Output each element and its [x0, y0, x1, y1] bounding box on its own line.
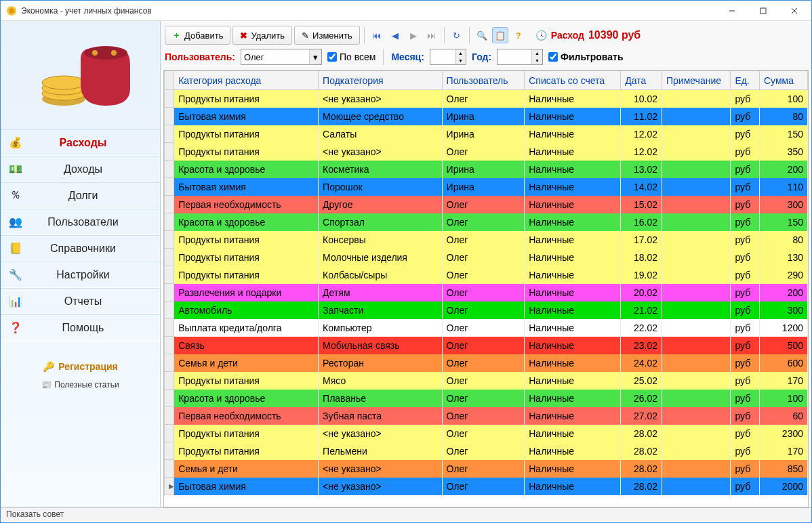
- plus-icon: ＋: [172, 29, 181, 41]
- table-row[interactable]: Продукты питанияКонсервыОлегНаличные17.0…: [165, 231, 808, 249]
- cell-ed: руб: [731, 337, 760, 354]
- pencil-icon: ✎: [302, 30, 309, 41]
- table-row[interactable]: АвтомобильЗапчастиОлегНаличные21.02руб30…: [165, 301, 808, 319]
- table-row[interactable]: Продукты питанияПельмениОлегНаличные28.0…: [165, 442, 808, 460]
- table-row[interactable]: Продукты питания<не указано>ОлегНаличные…: [165, 143, 808, 161]
- last-record-button[interactable]: ⏭: [424, 27, 440, 43]
- prev-record-button[interactable]: ◀: [387, 27, 403, 43]
- sidebar-item-1[interactable]: 💵Доходы: [1, 156, 160, 182]
- cell-cat: Развлечения и подарки: [174, 284, 319, 301]
- col-header-1[interactable]: Подкатегория: [319, 71, 442, 90]
- user-select[interactable]: ▾: [241, 49, 322, 65]
- sidebar-item-2[interactable]: ％Долги: [1, 182, 160, 209]
- table-row[interactable]: Красота и здоровьеКосметикаИринаНаличные…: [165, 161, 808, 178]
- table-row[interactable]: ▶Бытовая химия<не указано>ОлегНаличные28…: [165, 478, 808, 495]
- table-row[interactable]: Продукты питанияКолбасы/сырыОлегНаличные…: [165, 266, 808, 284]
- chevron-down-icon[interactable]: ▾: [309, 49, 321, 64]
- table-row[interactable]: Первая необходимостьДругоеОлегНаличные15…: [165, 196, 808, 213]
- cell-date: 28.02: [621, 460, 662, 478]
- cell-cat: Семья и дети: [174, 460, 319, 478]
- cell-note: [662, 301, 731, 319]
- month-spinner[interactable]: ▲▼: [430, 49, 466, 65]
- table-row[interactable]: Продукты питания<не указано>ОлегНаличные…: [165, 425, 808, 442]
- all-users-checkbox[interactable]: По всем: [327, 51, 375, 62]
- cell-ed: руб: [731, 90, 760, 108]
- col-header-7[interactable]: Сумма: [759, 71, 807, 90]
- svg-point-1: [9, 8, 14, 14]
- cell-acc: Наличные: [525, 301, 621, 319]
- svg-point-11: [92, 50, 98, 56]
- table-row[interactable]: Семья и дети<не указано>ОлегНаличные28.0…: [165, 460, 808, 478]
- sidebar-item-7[interactable]: ❓Помощь: [1, 314, 160, 341]
- close-button[interactable]: [779, 1, 810, 20]
- table-row[interactable]: Продукты питанияМолочные изделияОлегНали…: [165, 249, 808, 266]
- sidebar-item-6[interactable]: 📊Отчеты: [1, 288, 160, 314]
- table-row[interactable]: Продукты питанияСалатыИринаНаличные12.02…: [165, 125, 808, 143]
- news-icon: 📰: [41, 380, 52, 390]
- svg-point-10: [84, 46, 127, 60]
- down-icon[interactable]: ▼: [455, 57, 466, 64]
- cell-user: Ирина: [442, 178, 525, 196]
- articles-label: Полезные статьи: [54, 380, 119, 390]
- refresh-button[interactable]: ↻: [449, 27, 465, 43]
- table-row[interactable]: СвязьМобильная связьОлегНаличные23.02руб…: [165, 337, 808, 354]
- table-row[interactable]: Продукты питания<не указано>ОлегНаличные…: [165, 90, 808, 108]
- col-header-0[interactable]: Категория расхода: [174, 71, 319, 90]
- table-row[interactable]: Развлечения и подаркиДетямОлегНаличные20…: [165, 284, 808, 301]
- table-row[interactable]: Семья и детиРесторанОлегНаличные24.02руб…: [165, 354, 808, 372]
- cell-cat: Продукты питания: [174, 249, 319, 266]
- col-header-6[interactable]: Ед.: [731, 71, 760, 90]
- first-record-button[interactable]: ⏮: [369, 27, 385, 43]
- nav-label: Настройки: [29, 269, 160, 281]
- filter-checkbox[interactable]: Фильтровать: [548, 51, 623, 62]
- cell-user: Олег: [442, 425, 525, 442]
- col-header-4[interactable]: Дата: [621, 71, 662, 90]
- table-row[interactable]: Красота и здоровьеСпортзалОлегНаличные16…: [165, 213, 808, 231]
- table-row[interactable]: Красота и здоровьеПлаваньеОлегНаличные26…: [165, 390, 808, 407]
- table-row[interactable]: Выплата кредита/долгаКомпьютерОлегНаличн…: [165, 319, 808, 337]
- col-header-5[interactable]: Примечание: [662, 71, 731, 90]
- search-button[interactable]: 🔍: [474, 27, 490, 43]
- delete-button[interactable]: ✖Удалить: [232, 26, 292, 45]
- col-header-3[interactable]: Списать со счета: [525, 71, 621, 90]
- cell-sum: 170: [759, 442, 807, 460]
- nav-icon: ❓: [7, 320, 24, 336]
- table-row[interactable]: Бытовая химияПорошокИринаНаличные14.02ру…: [165, 178, 808, 196]
- cell-note: [662, 143, 731, 161]
- up-icon[interactable]: ▲: [455, 49, 466, 57]
- sidebar-item-4[interactable]: 📒Справочники: [1, 235, 160, 262]
- cell-note: [662, 125, 731, 143]
- year-spinner[interactable]: ▲▼: [497, 49, 543, 65]
- expenses-grid[interactable]: Категория расходаПодкатегорияПользовател…: [163, 70, 809, 507]
- registration-link[interactable]: 🔑 Регистрация: [1, 361, 160, 372]
- cell-date: 26.02: [621, 390, 662, 407]
- cell-sub: Салаты: [319, 125, 442, 143]
- svg-point-12: [111, 50, 117, 56]
- col-header-2[interactable]: Пользователь: [442, 71, 525, 90]
- user-select-input[interactable]: [241, 52, 309, 62]
- add-button[interactable]: ＋Добавить: [165, 26, 230, 45]
- cell-note: [662, 108, 731, 125]
- edit-button[interactable]: ✎Изменить: [294, 26, 360, 45]
- up-icon[interactable]: ▲: [532, 49, 542, 57]
- sidebar-item-5[interactable]: 🔧Настройки: [1, 262, 160, 288]
- next-record-button[interactable]: ▶: [405, 27, 422, 43]
- maximize-button[interactable]: [748, 1, 779, 20]
- sidebar-item-3[interactable]: 👥Пользователи: [1, 209, 160, 235]
- down-icon[interactable]: ▼: [532, 57, 542, 64]
- cell-date: 11.02: [621, 108, 662, 125]
- nav-label: Долги: [29, 190, 160, 202]
- cell-ed: руб: [731, 108, 760, 125]
- help-button[interactable]: ?: [510, 27, 527, 43]
- cell-acc: Наличные: [525, 390, 621, 407]
- minimize-button[interactable]: [716, 1, 748, 20]
- cell-user: Олег: [442, 196, 525, 213]
- cell-date: 10.02: [621, 90, 662, 108]
- status-bar[interactable]: Показать совет: [1, 507, 811, 522]
- table-row[interactable]: Первая необходимостьЗубная пастаОлегНали…: [165, 407, 808, 425]
- sidebar-item-0[interactable]: 💰Расходы: [1, 129, 160, 156]
- copy-button[interactable]: 📋: [492, 27, 508, 43]
- articles-link[interactable]: 📰 Полезные статьи: [1, 380, 160, 390]
- table-row[interactable]: Бытовая химияМоющее средствоИринаНаличны…: [165, 108, 808, 125]
- table-row[interactable]: Продукты питанияМясоОлегНаличные25.02руб…: [165, 372, 808, 390]
